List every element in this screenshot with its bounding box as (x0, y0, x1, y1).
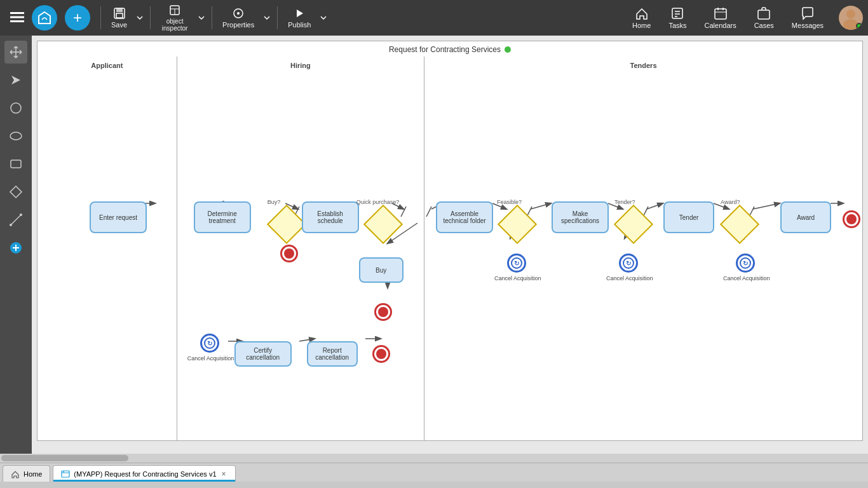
toolbox-line[interactable] (4, 208, 27, 231)
lane-hiring-label: Hiring (177, 62, 424, 69)
toolbox-oval[interactable] (4, 125, 27, 147)
task-assemble-tf[interactable]: Assembletechnical folder (436, 201, 493, 233)
end-event-final[interactable] (843, 210, 860, 228)
gateway-buy-label: Buy? (268, 199, 281, 205)
intermediate-cancel-acq-2[interactable]: ↻ (507, 254, 526, 273)
properties-button[interactable]: Properties (217, 4, 259, 31)
lane-hiring: Hiring Determinetreatment Buy? Establish… (177, 57, 424, 440)
canvas-container[interactable]: Request for Contracting Services (32, 36, 868, 454)
end-event-1[interactable] (280, 245, 298, 262)
user-avatar[interactable] (839, 6, 863, 30)
publish-button[interactable]: Publish (283, 4, 316, 31)
scrollbar-thumb[interactable] (1, 455, 128, 461)
svg-line-27 (11, 215, 21, 225)
gateway-award[interactable] (720, 205, 759, 244)
home-tab-icon (11, 470, 20, 478)
tasks-nav-button[interactable]: Tasks (661, 4, 694, 32)
svg-rect-20 (758, 10, 770, 19)
properties-dropdown[interactable] (262, 11, 272, 24)
svg-rect-2 (10, 20, 24, 22)
status-dot (505, 46, 511, 53)
gateway-award-label: Award? (721, 199, 740, 205)
svg-marker-26 (10, 186, 22, 198)
intermediate-cancel-acq-1[interactable]: ↻ (200, 334, 219, 353)
gateway-tender[interactable] (614, 205, 653, 244)
save-dropdown[interactable] (135, 11, 145, 24)
cases-nav-button[interactable]: Cases (747, 4, 782, 32)
task-buy[interactable]: Buy (359, 257, 403, 283)
process-canvas[interactable]: Request for Contracting Services (37, 41, 863, 441)
svg-rect-5 (116, 13, 123, 18)
toolbox (0, 36, 32, 454)
main-area: Request for Contracting Services (0, 36, 868, 454)
swim-lanes: Applicant Enter request Hiring Determine… (37, 57, 862, 440)
tab-active-indicator (53, 480, 234, 482)
toolbar: + Save object inspector Properties Publi… (0, 0, 868, 36)
divider4 (277, 6, 278, 29)
object-inspector-dropdown[interactable] (196, 11, 207, 24)
save-button[interactable]: Save (106, 4, 132, 31)
svg-point-23 (11, 103, 21, 113)
svg-rect-4 (116, 8, 123, 12)
svg-rect-0 (10, 12, 24, 14)
task-report-cancellation[interactable]: Reportcancellation (307, 341, 358, 367)
task-determine-treatment[interactable]: Determinetreatment (194, 201, 251, 233)
tab-process[interactable]: (MYAPP) Request for Contracting Services… (53, 465, 235, 482)
svg-marker-11 (297, 10, 303, 17)
svg-point-28 (10, 224, 12, 226)
toolbox-move[interactable] (4, 41, 27, 64)
gateway-feasible[interactable] (498, 205, 537, 244)
online-indicator (856, 23, 862, 29)
tab-bar: Home (MYAPP) Request for Contracting Ser… (0, 463, 868, 482)
lane-tenders: Tenders Assembletechnical folder Feasibl… (424, 57, 862, 440)
tab-home[interactable]: Home (3, 465, 50, 482)
svg-point-24 (10, 132, 22, 140)
toolbox-diamond[interactable] (4, 180, 27, 203)
svg-rect-1 (10, 16, 24, 18)
svg-point-63 (63, 471, 64, 472)
calendars-nav-button[interactable]: Calendars (697, 4, 744, 32)
intermediate-cancel-acq-4[interactable]: ↻ (736, 254, 755, 273)
svg-rect-61 (62, 471, 69, 477)
svg-rect-16 (715, 9, 726, 19)
object-inspector-button[interactable]: object inspector (156, 1, 194, 34)
lane-applicant: Applicant Enter request (37, 57, 177, 440)
tab-close-button[interactable]: × (220, 470, 227, 478)
task-make-specifications[interactable]: Makespecifications (552, 201, 609, 233)
gateway-quick-purchase-label: Quick purchase? (356, 199, 400, 205)
toolbox-arrow[interactable] (4, 69, 27, 92)
end-event-3[interactable] (372, 345, 390, 363)
task-certify-cancellation[interactable]: Certify cancellation (234, 341, 292, 367)
divider1 (100, 6, 101, 29)
messages-nav-button[interactable]: Messages (784, 4, 831, 32)
process-tab-icon (61, 470, 70, 478)
gateway-buy[interactable] (267, 205, 306, 244)
menu-button[interactable] (5, 8, 29, 29)
task-enter-request[interactable]: Enter request (90, 201, 147, 233)
svg-rect-25 (11, 160, 21, 168)
add-button[interactable]: + (65, 5, 90, 30)
gateway-tender-label: Tender? (614, 199, 635, 205)
svg-point-21 (846, 10, 855, 18)
task-establish-schedule[interactable]: Establish schedule (302, 201, 359, 233)
intermediate-cancel-acq-3[interactable]: ↻ (619, 254, 638, 273)
task-tender[interactable]: Tender (663, 201, 714, 233)
divider3 (212, 6, 212, 29)
lane-tenders-label: Tenders (424, 62, 862, 69)
gateway-feasible-label: Feasible? (497, 199, 522, 205)
svg-point-29 (20, 214, 22, 216)
svg-point-10 (237, 12, 240, 15)
toolbox-rect[interactable] (4, 152, 27, 175)
logo-button[interactable] (32, 5, 57, 30)
toolbox-add-shape[interactable] (4, 236, 27, 259)
lane-applicant-label: Applicant (37, 62, 177, 69)
horizontal-scrollbar[interactable] (0, 454, 868, 463)
toolbox-circle[interactable] (4, 97, 27, 119)
diagram-title: Request for Contracting Services (389, 45, 511, 54)
publish-dropdown[interactable] (318, 11, 329, 24)
right-nav: Home Tasks Calendars Cases Messages (625, 4, 863, 32)
gateway-quick-purchase[interactable] (363, 205, 403, 244)
home-nav-button[interactable]: Home (625, 4, 658, 32)
end-event-2[interactable] (374, 303, 392, 321)
task-award[interactable]: Award (780, 201, 831, 233)
